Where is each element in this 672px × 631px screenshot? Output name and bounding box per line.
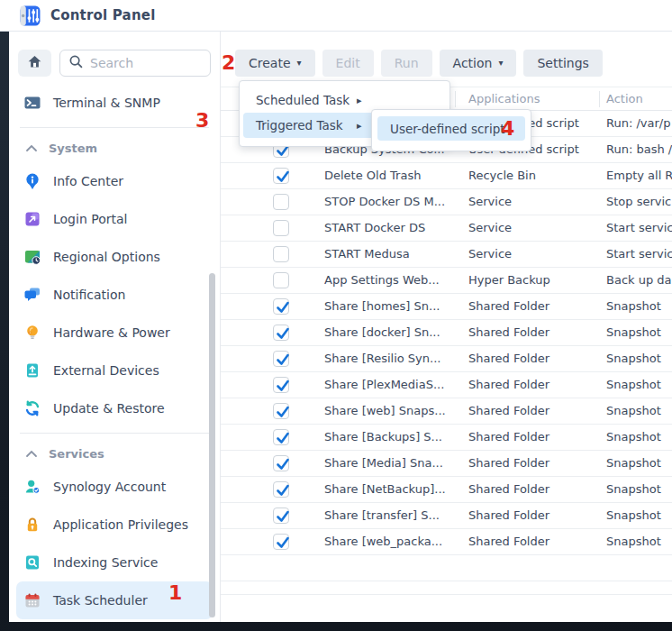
indexing-service-icon <box>23 553 41 572</box>
table-row[interactable]: START Docker DSServiceStart servic <box>221 215 672 242</box>
sidebar-item-info-center[interactable]: Info Center <box>16 162 213 200</box>
task-table-body: User-defined scriptRun: /var/pBackup Sys… <box>221 111 672 595</box>
menu-item-label: User-defined script <box>390 122 505 136</box>
sidebar-item-label: Notification <box>53 288 125 302</box>
action-cell: Empty all R <box>606 163 672 188</box>
row-checkbox[interactable] <box>273 351 289 367</box>
login-portal-icon <box>23 210 41 228</box>
table-row[interactable]: Share [Backups] S...Shared FolderSnapsho… <box>221 425 672 451</box>
empty-row <box>221 555 672 581</box>
sidebar-item-regional-options[interactable]: Regional Options <box>16 238 213 276</box>
task-scheduler-icon <box>23 591 41 609</box>
row-checkbox[interactable] <box>273 220 289 236</box>
application-privileges-icon <box>23 516 41 534</box>
section-label: Services <box>49 447 104 461</box>
row-checkbox[interactable] <box>273 377 289 393</box>
sidebar-item-hardware-power[interactable]: 1Hardware & Power <box>16 314 213 352</box>
table-row[interactable]: Share [homes] Sn...Shared FolderSnapshot <box>221 294 672 320</box>
table-row[interactable]: STOP Docker DS M...ServiceStop servic <box>221 189 672 215</box>
sidebar-nav: Terminal & SNMP System Info CenterLogin … <box>9 77 220 619</box>
task-name-cell: Share [NetBackup]... <box>324 477 467 502</box>
section-label: System <box>49 142 97 155</box>
update-restore-icon <box>23 399 41 417</box>
application-cell: Shared Folder <box>468 477 604 502</box>
button-label: Action <box>453 56 493 70</box>
table-row[interactable]: Share [web] Snaps...Shared FolderSnapsho… <box>221 398 672 425</box>
row-checkbox[interactable] <box>273 534 289 550</box>
row-checkbox[interactable] <box>273 403 289 419</box>
task-name-cell: Share [Backups] S... <box>324 425 467 450</box>
row-checkbox[interactable] <box>273 481 289 498</box>
row-checkbox[interactable] <box>273 298 289 315</box>
row-checkbox[interactable] <box>273 429 289 445</box>
sidebar-item-update-restore[interactable]: Update & Restore <box>16 389 213 427</box>
action-cell: Snapshot <box>606 451 672 476</box>
task-name-cell: Share [PlexMediaS... <box>324 372 467 398</box>
action-cell: Snapshot <box>606 346 672 371</box>
table-row[interactable]: App Settings Web...Hyper BackupBack up d… <box>221 268 672 294</box>
task-name-cell: START Docker DS <box>324 215 467 241</box>
settings-button[interactable]: Settings <box>523 50 602 77</box>
caret-down-icon: ▾ <box>297 59 302 68</box>
task-name-cell: Share [transfer] S... <box>324 503 467 528</box>
table-row[interactable]: Share [Resilio Syn...Shared FolderSnapsh… <box>221 346 672 372</box>
run-button[interactable]: Run <box>381 50 432 77</box>
row-checkbox[interactable] <box>273 168 289 184</box>
search-input[interactable] <box>90 56 202 70</box>
task-name-cell: START Medusa <box>324 242 467 267</box>
action-column-header[interactable]: Action <box>606 87 643 111</box>
terminal-icon <box>23 94 41 112</box>
home-button[interactable] <box>18 50 51 77</box>
sidebar-item-label: Update & Restore <box>53 401 165 416</box>
sidebar-scrollbar[interactable] <box>209 273 215 617</box>
row-checkbox[interactable] <box>273 272 289 288</box>
application-cell: Shared Folder <box>468 529 604 554</box>
section-header-services[interactable]: Services <box>16 439 213 468</box>
table-row[interactable]: Share [PlexMediaS...Shared FolderSnapsho… <box>221 372 672 398</box>
sidebar: Terminal & SNMP System Info CenterLogin … <box>9 32 221 622</box>
search-box[interactable] <box>59 50 211 77</box>
sidebar-item-indexing-service[interactable]: Indexing Service <box>16 544 213 581</box>
table-row[interactable]: Delete Old TrashRecycle BinEmpty all R <box>221 163 672 189</box>
section-header-system[interactable]: System <box>16 133 213 162</box>
edit-button[interactable]: Edit <box>322 50 374 77</box>
control-panel-window: Terminal & SNMP System Info CenterLogin … <box>9 32 672 622</box>
table-row[interactable]: Share [transfer] S...Shared FolderSnapsh… <box>221 503 672 529</box>
table-row[interactable]: Share [Media] Sna...Shared FolderSnapsho… <box>221 451 672 477</box>
row-checkbox[interactable] <box>273 194 289 210</box>
create-button[interactable]: Create ▾ <box>235 50 315 77</box>
row-checkbox[interactable] <box>273 455 289 471</box>
application-cell: Shared Folder <box>468 398 604 424</box>
table-row[interactable]: Share [web_packa...Shared FolderSnapshot <box>221 529 672 555</box>
row-checkbox[interactable] <box>273 325 289 341</box>
sidebar-item-notification[interactable]: Notification <box>16 276 213 314</box>
sidebar-search-row <box>9 32 220 77</box>
sidebar-item-external-devices[interactable]: External Devices <box>16 352 213 389</box>
sidebar-item-terminal-snmp[interactable]: Terminal & SNMP <box>16 84 213 122</box>
sidebar-item-label: Login Portal <box>53 212 127 226</box>
action-button[interactable]: Action ▾ <box>440 50 517 77</box>
table-row[interactable]: Share [docker] Sn...Shared FolderSnapsho… <box>221 320 672 346</box>
application-cell: Service <box>468 189 604 215</box>
sidebar-item-application-privileges[interactable]: Application Privileges <box>16 506 213 544</box>
application-cell: Service <box>468 242 604 267</box>
task-name-cell: STOP Docker DS M... <box>324 189 467 215</box>
action-cell: Start servic <box>606 215 672 241</box>
sidebar-item-login-portal[interactable]: Login Portal <box>16 200 213 238</box>
action-cell: Snapshot <box>606 425 672 450</box>
row-checkbox[interactable] <box>273 508 289 524</box>
action-cell: Snapshot <box>606 294 672 319</box>
table-row[interactable]: Share [NetBackup]...Shared FolderSnapsho… <box>221 477 672 503</box>
sidebar-item-label: Indexing Service <box>53 555 158 570</box>
applications-column-header[interactable]: Applications <box>468 87 540 111</box>
application-cell: Recycle Bin <box>468 163 604 188</box>
sidebar-item-task-scheduler[interactable]: Task Scheduler <box>16 581 213 619</box>
control-panel-icon <box>20 5 41 26</box>
sidebar-item-synology-account[interactable]: Synology Account <box>16 468 213 506</box>
annotation-1: 1 <box>168 583 182 603</box>
application-cell: Shared Folder <box>468 503 604 528</box>
row-checkbox[interactable] <box>273 246 289 262</box>
table-row[interactable]: START MedusaServiceStart servic <box>221 242 672 268</box>
caret-down-icon: ▾ <box>498 59 503 68</box>
application-cell: Hyper Backup <box>468 268 604 293</box>
